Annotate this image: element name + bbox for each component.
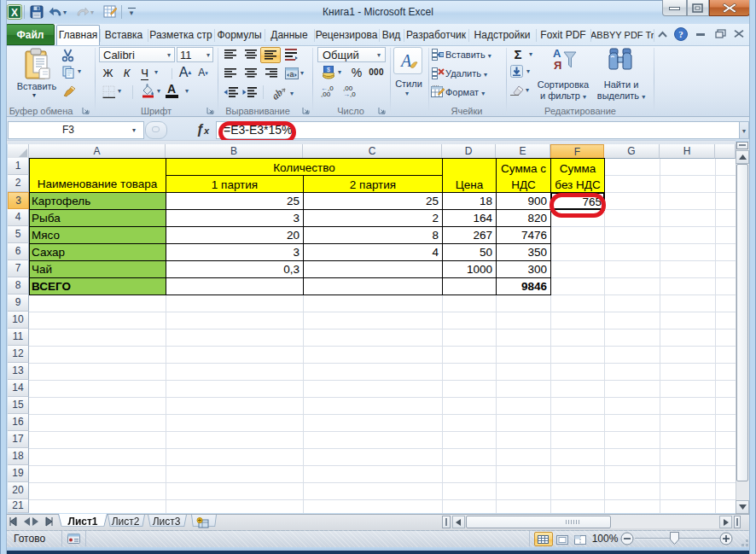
svg-text:Я: Я <box>554 59 561 72</box>
svg-text:A: A <box>399 51 412 70</box>
svg-text:А: А <box>553 47 561 60</box>
svg-text:?: ? <box>678 29 683 39</box>
svg-text:ab: ab <box>271 86 285 100</box>
svg-text:X: X <box>11 7 18 19</box>
svg-text:$: $ <box>327 67 330 73</box>
svg-text:a: a <box>289 70 294 79</box>
